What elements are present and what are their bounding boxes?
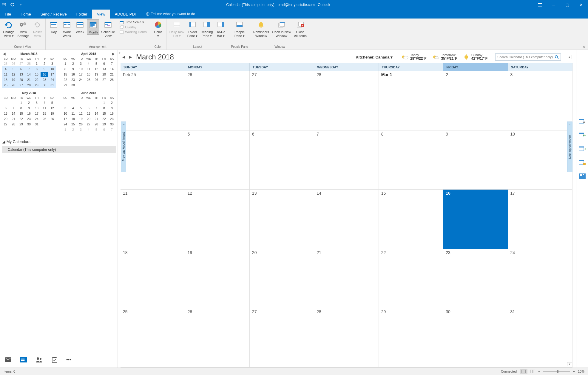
peek-calendar-people-icon[interactable] [579, 119, 586, 125]
tell-me[interactable]: Tell me what you want to do [142, 10, 199, 19]
day-cell[interactable]: 8 [379, 130, 443, 190]
day-cell[interactable]: Feb 25 [121, 71, 185, 130]
next-appointment-tab[interactable]: →| Next Appointment [567, 122, 572, 172]
day-cell[interactable]: 13 [250, 190, 314, 249]
close-icon[interactable]: ✕ [574, 0, 588, 10]
zoom-out-icon[interactable]: − [538, 370, 540, 373]
search-box[interactable] [495, 53, 561, 61]
month-button[interactable]: Month [87, 19, 99, 35]
close-all-items-button[interactable]: CloseAll Items [293, 19, 308, 38]
minimize-icon[interactable]: ─ [547, 0, 561, 10]
day-cell[interactable]: 18 [121, 249, 185, 308]
day-cell[interactable]: 4 [121, 130, 185, 190]
mini-calendar[interactable]: April 2018▶SUMOTUWETHFRSA123456789101112… [61, 51, 116, 88]
previous-appointment-tab[interactable]: |← Previous Appointment [121, 122, 126, 172]
send-receive-icon[interactable] [2, 2, 7, 7]
day-button[interactable]: Day [47, 19, 60, 34]
day-cell[interactable]: 5 [185, 130, 249, 190]
open-new-window-button[interactable]: Open in NewWindow [271, 19, 292, 38]
mini-calendar[interactable]: ◀March 2018SUMOTUWETHFRSA252627281234567… [2, 51, 56, 88]
day-cell[interactable]: Mar 1 [379, 71, 443, 130]
day-cell[interactable]: 29 [379, 308, 443, 368]
day-cell[interactable]: 7 [314, 130, 379, 190]
day-cell[interactable]: 22 [379, 249, 443, 308]
week-button[interactable]: Week [74, 19, 86, 34]
day-cell[interactable]: 21 [314, 249, 379, 308]
ribbon-display-icon[interactable] [533, 0, 547, 10]
people-pane-button[interactable]: PeoplePane ▾ [233, 19, 246, 38]
color-button[interactable]: Color▾ [152, 19, 164, 38]
scroll-up-icon[interactable]: ▲ [567, 55, 572, 59]
peek-prev-icon[interactable] [579, 132, 586, 138]
reset-view-button[interactable]: ResetView [31, 19, 44, 38]
weather-card[interactable]: Today28°F/22°F [401, 53, 426, 61]
collapse-ribbon-icon[interactable]: ᐱ [583, 45, 585, 48]
zoom-slider[interactable] [543, 371, 570, 372]
day-cell[interactable]: 23 [443, 249, 508, 308]
undo-icon[interactable] [10, 2, 15, 7]
qat-dropdown-icon[interactable]: ▾ [18, 2, 23, 7]
tab-view[interactable]: View [92, 10, 110, 19]
peek-schedule-icon[interactable] [579, 173, 586, 179]
day-cell[interactable]: 26 [185, 308, 249, 368]
people-icon[interactable] [36, 357, 43, 362]
day-cell[interactable]: 16 [443, 190, 508, 249]
reading-pane-button[interactable]: ReadingPane ▾ [199, 19, 214, 38]
day-cell[interactable]: 9 [443, 130, 508, 190]
tasks-icon[interactable] [52, 357, 57, 363]
prev-month-icon[interactable]: ◀ [122, 55, 125, 59]
location-dropdown[interactable]: Kitchener, Canada ▾ [356, 55, 393, 59]
day-cell[interactable]: 11 [121, 190, 185, 249]
folder-pane-button[interactable]: FolderPane ▾ [186, 19, 199, 38]
minical-next-icon[interactable]: ▶ [112, 52, 115, 56]
day-cell[interactable]: 19 [185, 249, 249, 308]
day-cell[interactable]: 2 [443, 71, 508, 130]
day-cell[interactable]: 6 [250, 130, 314, 190]
tab-folder[interactable]: Folder [72, 10, 92, 19]
calendar-group-header[interactable]: ◢ My Calendars [2, 138, 116, 145]
calendar-item[interactable]: Calendar (This computer only) [2, 146, 116, 153]
more-icon[interactable]: ••• [66, 357, 71, 362]
next-month-icon[interactable]: ▶ [129, 55, 132, 59]
day-cell[interactable]: 17 [508, 190, 572, 249]
change-view-button[interactable]: ChangeView ▾ [2, 19, 16, 38]
tab-send-receive[interactable]: Send / Receive [36, 10, 72, 19]
day-cell[interactable]: 24 [508, 249, 572, 308]
day-cell[interactable]: 25 [121, 308, 185, 368]
tab-adobe-pdf[interactable]: ADOBE PDF [110, 10, 142, 19]
peek-email-icon[interactable] [579, 160, 586, 166]
day-cell[interactable]: 28 [314, 71, 379, 130]
calendar-icon[interactable] [20, 357, 27, 362]
day-cell[interactable]: 20 [250, 249, 314, 308]
weather-card[interactable]: Tomorrow35°F/21°F [432, 53, 457, 61]
view-settings-button[interactable]: ViewSettings [16, 19, 31, 38]
day-cell[interactable]: 28 [314, 308, 379, 368]
day-cell[interactable]: 14 [314, 190, 379, 249]
view-normal-icon[interactable] [520, 369, 527, 374]
day-cell[interactable]: 3 [508, 71, 572, 130]
view-reading-icon[interactable] [530, 370, 535, 373]
time-scale-button[interactable]: Time Scale ▾ [118, 20, 148, 24]
search-icon[interactable] [555, 55, 559, 59]
day-cell[interactable]: 27 [250, 71, 314, 130]
mini-calendar[interactable]: May 2018SUMOTUWETHFRSA123456789101112131… [2, 90, 56, 132]
maximize-icon[interactable]: ▢ [561, 0, 574, 10]
day-cell[interactable]: 26 [185, 71, 249, 130]
weather-card[interactable]: Sunday42°F/17°F [463, 53, 487, 61]
zoom-in-icon[interactable]: + [573, 370, 575, 373]
mail-icon[interactable] [5, 357, 11, 362]
todo-bar-button[interactable]: To-DoBar ▾ [214, 19, 227, 38]
peek-next-icon[interactable] [579, 146, 586, 152]
day-cell[interactable]: 27 [250, 308, 314, 368]
day-cell[interactable]: 10 [508, 130, 572, 190]
scroll-down-icon[interactable]: ▼ [567, 362, 572, 366]
daily-task-list-button[interactable]: Daily TaskList ▾ [168, 19, 186, 38]
work-week-button[interactable]: WorkWeek [61, 19, 73, 38]
mini-calendar[interactable]: June 2018SUMOTUWETHFRSA12345678910111213… [61, 90, 116, 132]
day-cell[interactable]: 12 [185, 190, 249, 249]
reminders-window-button[interactable]: RemindersWindow [252, 19, 270, 38]
tab-home[interactable]: Home [16, 10, 36, 19]
schedule-view-button[interactable]: ScheduleView [100, 19, 116, 38]
minical-prev-icon[interactable]: ◀ [3, 52, 5, 56]
search-input[interactable] [497, 55, 555, 59]
